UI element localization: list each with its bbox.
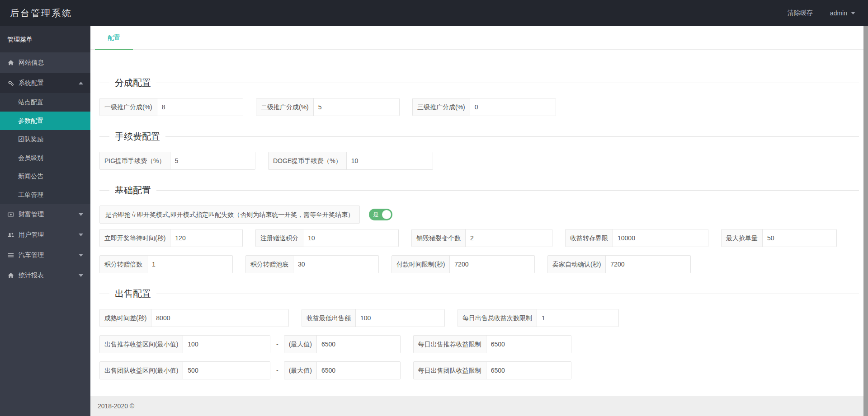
field-group: 成熟时间差(秒) (99, 309, 289, 327)
sidebar-item-label: 统计报表 (19, 271, 44, 280)
sidebar-subitem-site-config[interactable]: 站点配置 (0, 93, 90, 112)
field-group: 出售团队收益区间(最小值) (99, 361, 270, 379)
field-label: 积分转赠池底 (246, 256, 293, 273)
clear-cache-button[interactable]: 清除缓存 (788, 9, 813, 17)
basic-row-1: 立即开奖等待时间(秒) 注册赠送积分 销毁猪裂变个数 收益转存界限 最大抢单量 (99, 229, 859, 247)
field-group: 每日出售总收益次数限制 (458, 309, 619, 327)
field-group: 每日出售推荐收益限制 (413, 335, 571, 353)
field-group: 付款时间限制(秒) (392, 255, 535, 273)
field-label: (最大值) (284, 362, 317, 379)
sidebar-subitem-news[interactable]: 新闻公告 (0, 167, 90, 186)
main-panel: 配置 分成配置 一级推广分成(%) 二级推广分成(%) 三级推广分成(%) 手续… (90, 26, 868, 416)
section-title-fees: 手续费配置 (99, 131, 859, 143)
tab-bar: 配置 (90, 26, 868, 50)
sidebar-item-reports[interactable]: 统计报表 (0, 265, 90, 285)
instant-mode-toggle[interactable]: 是 (369, 209, 392, 220)
section-title-commission: 分成配置 (99, 77, 859, 89)
field-input[interactable] (157, 98, 243, 116)
field-group: 卖家自动确认(秒) (547, 255, 691, 273)
money-icon (7, 211, 14, 218)
sale-row-2: 出售推荐收益区间(最小值) - (最大值) 每日出售推荐收益限制 (99, 335, 859, 353)
sidebar-item-label: 汽车管理 (19, 251, 44, 259)
sidebar-item-users[interactable]: 用户管理 (0, 224, 90, 245)
field-input[interactable] (170, 229, 242, 247)
cogs-icon (7, 80, 14, 86)
field-group: 立即开奖等待时间(秒) (99, 229, 243, 247)
range-separator: - (276, 341, 278, 348)
field-label: 每日出售推荐收益限制 (414, 336, 486, 353)
field-label: 付款时间限制(秒) (392, 256, 450, 273)
field-input[interactable] (486, 336, 571, 353)
toggle-knob (382, 210, 391, 219)
field-group: 一级推广分成(%) (99, 98, 243, 116)
system-config-submenu: 站点配置 参数配置 团队奖励 会员级别 新闻公告 工单管理 (0, 93, 90, 204)
field-group: DOGE提币手续费（%） (268, 152, 433, 170)
sidebar-item-wealth[interactable]: 财富管理 (0, 204, 90, 224)
field-input[interactable] (347, 152, 433, 169)
home-icon (7, 272, 14, 279)
list-icon (7, 252, 14, 258)
sidebar-menu-title: 管理菜单 (0, 26, 90, 52)
field-input[interactable] (606, 256, 690, 273)
users-icon (7, 232, 14, 238)
field-group: 积分转赠池底 (245, 255, 379, 273)
field-input[interactable] (613, 229, 708, 247)
field-group: 积分转赠倍数 (99, 255, 233, 273)
sidebar: 管理菜单 网站信息 系统配置 站点配置 参数配置 团队奖励 会员级别 新闻公告 … (0, 26, 90, 416)
field-input[interactable] (183, 336, 270, 353)
field-group: 每日出售团队收益限制 (413, 361, 571, 379)
sidebar-subitem-param-config[interactable]: 参数配置 (0, 112, 90, 130)
vertical-scrollbar[interactable] (863, 26, 868, 416)
field-input[interactable] (303, 229, 398, 247)
field-group: 出售推荐收益区间(最小值) (99, 335, 270, 353)
field-input[interactable] (293, 256, 378, 273)
sidebar-item-website-info[interactable]: 网站信息 (0, 52, 90, 73)
field-input[interactable] (147, 256, 232, 273)
tab-config[interactable]: 配置 (95, 26, 133, 49)
field-label: 三级推广分成(%) (413, 98, 470, 116)
toggle-label: 是否即抢立即开奖模式,即开模式指定匹配失效（否则为结束统一开奖，需等至开奖结束） (99, 206, 360, 224)
app-title: 后台管理系统 (10, 7, 72, 19)
field-input[interactable] (170, 152, 255, 169)
sidebar-subitem-member-level[interactable]: 会员级别 (0, 149, 90, 167)
field-input[interactable] (183, 362, 270, 379)
user-menu[interactable]: admin (830, 9, 855, 17)
field-input[interactable] (356, 309, 444, 327)
sidebar-subitem-work-order[interactable]: 工单管理 (0, 186, 90, 204)
field-group: 最大抢单量 (721, 229, 837, 247)
section-title-sale: 出售配置 (99, 288, 859, 300)
field-group: 销毁猪裂变个数 (411, 229, 552, 247)
field-input[interactable] (314, 98, 399, 116)
field-input[interactable] (763, 229, 836, 247)
sidebar-item-label: 网站信息 (19, 59, 44, 67)
field-input[interactable] (450, 256, 534, 273)
field-label: 最大抢单量 (722, 229, 763, 247)
field-label: 二级推广分成(%) (256, 98, 314, 116)
sidebar-item-system-config[interactable]: 系统配置 (0, 73, 90, 93)
field-group: 收益最低出售额 (302, 309, 445, 327)
field-label: 收益最低出售额 (302, 309, 356, 327)
topbar-right: 清除缓存 admin (788, 9, 855, 17)
chevron-up-icon (79, 82, 83, 84)
toggle-state-text: 是 (373, 209, 378, 220)
sidebar-item-cars[interactable]: 汽车管理 (0, 245, 90, 265)
field-label: 一级推广分成(%) (100, 98, 157, 116)
field-input[interactable] (537, 309, 618, 327)
field-label: PIG提币手续费（%） (100, 152, 170, 169)
field-input[interactable] (470, 98, 556, 116)
range-separator: - (276, 367, 278, 374)
field-input[interactable] (486, 362, 571, 379)
field-input[interactable] (466, 229, 552, 247)
field-input[interactable] (151, 309, 288, 327)
field-input[interactable] (317, 362, 400, 379)
field-input[interactable] (317, 336, 400, 353)
sidebar-subitem-team-reward[interactable]: 团队奖励 (0, 130, 90, 149)
field-group: 三级推广分成(%) (412, 98, 556, 116)
sidebar-item-label: 用户管理 (19, 231, 44, 239)
field-group: PIG提币手续费（%） (99, 152, 255, 170)
field-group: 收益转存界限 (565, 229, 708, 247)
instant-mode-row: 是否即抢立即开奖模式,即开模式指定匹配失效（否则为结束统一开奖，需等至开奖结束）… (99, 206, 859, 224)
field-label: 积分转赠倍数 (100, 256, 147, 273)
field-label: 卖家自动确认(秒) (548, 256, 606, 273)
commission-row: 一级推广分成(%) 二级推广分成(%) 三级推广分成(%) (99, 98, 859, 116)
